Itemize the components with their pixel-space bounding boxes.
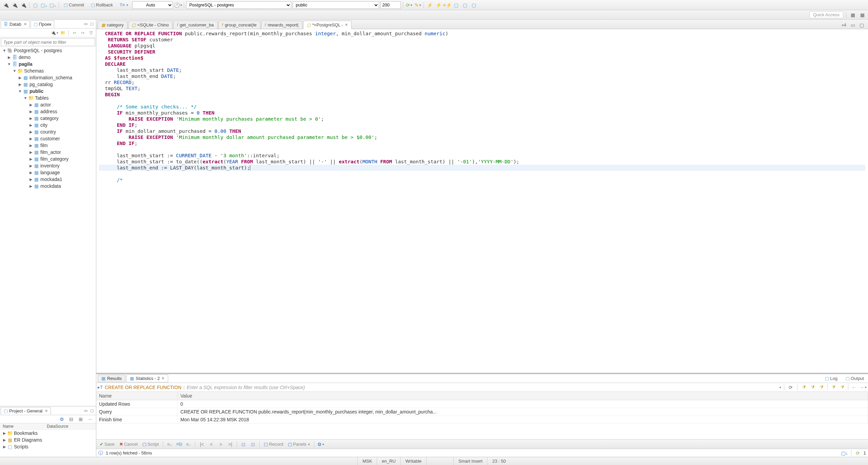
row-limit-input[interactable] — [380, 1, 401, 9]
tree-item-customer[interactable]: ▶▦customer — [0, 135, 96, 142]
close-icon[interactable]: ✕ — [161, 376, 164, 381]
nav-first-icon[interactable]: |< — [198, 441, 205, 448]
tree-item-category[interactable]: ▶▦category — [0, 115, 96, 122]
status-insert[interactable]: Smart Insert — [453, 457, 487, 465]
search-icon[interactable]: ✎▾ — [414, 1, 421, 9]
history-dropdown-icon[interactable]: ▾ — [780, 386, 781, 389]
tree-item-country[interactable]: ▶▦country — [0, 128, 96, 135]
tab-statistics[interactable]: ▦Statistics - 2✕ — [126, 375, 168, 382]
tab-database-navigator[interactable]: 🗄Datab✕ — [1, 20, 30, 28]
tree-item-mockdata[interactable]: ▶▦mockdata — [0, 183, 96, 189]
quick-access-button[interactable]: Quick Access — [809, 11, 843, 18]
nav-next-icon[interactable]: > — [217, 441, 224, 448]
refresh-count-icon[interactable]: ⟳ — [854, 449, 862, 457]
nav-prev-icon[interactable]: ← — [850, 384, 858, 391]
sql-editor[interactable]: CREATE OR REPLACE FUNCTION public.reward… — [96, 29, 868, 374]
commit-button[interactable]: ▢Commit — [61, 2, 87, 8]
tab-results[interactable]: ▦Results — [98, 375, 125, 382]
minimize-icon[interactable]: ▭ — [849, 21, 856, 29]
plan-icon-3[interactable]: ▢ — [470, 1, 477, 9]
tree-item-Tables[interactable]: ▼📁Tables — [0, 95, 96, 101]
tree-item-film_category[interactable]: ▶▦film_category — [0, 156, 96, 162]
perspective-dbeaver-icon[interactable]: ▦ — [849, 11, 856, 19]
editor-tab[interactable]: fgroup_concat(te — [218, 21, 260, 29]
project-item-Scripts[interactable]: ▶▢Scripts — [0, 443, 96, 450]
status-mode[interactable]: Writable — [400, 457, 426, 465]
editor-tab[interactable]: ▢*<PostgreSQL - ✕ — [303, 21, 352, 29]
add-row-icon[interactable]: ≡₊ — [166, 441, 173, 448]
record-button[interactable]: ▢Record — [262, 441, 284, 447]
history-icon[interactable]: 🕑▾ — [174, 1, 182, 9]
nav-back-icon[interactable]: ↩ — [72, 30, 78, 36]
close-icon[interactable]: ✕ — [345, 23, 348, 27]
tab-projects[interactable]: ▢Проек — [31, 20, 55, 28]
tree-item-PostgreSQL-postgres[interactable]: ▼🐘PostgreSQL - postgres — [0, 47, 96, 54]
output-button[interactable]: ▢Output — [843, 375, 867, 382]
script-button[interactable]: ▢Script — [141, 441, 160, 447]
view-menu-icon[interactable]: ▽ — [88, 30, 94, 36]
panels-button[interactable]: ▢Panels▾ — [287, 441, 311, 447]
minimize-icon[interactable]: ▭ — [83, 21, 88, 27]
maximize-icon[interactable]: ▢ — [89, 21, 95, 27]
folder-icon[interactable]: 📁 — [60, 30, 66, 36]
editor-tab[interactable]: frewards_report( — [261, 21, 302, 29]
new-conn-icon[interactable]: 🔌 — [11, 1, 18, 9]
editor-tab[interactable]: ▦category — [98, 21, 127, 29]
save-button[interactable]: ✔Save — [98, 441, 116, 447]
tree-item-film_actor[interactable]: ▶▦film_actor — [0, 149, 96, 156]
zoom-icon[interactable]: ⊡ — [240, 441, 247, 448]
editor-tab[interactable]: ▢<SQLite - Chino — [128, 21, 173, 29]
tree-item-Schemas[interactable]: ▼📁Schemas — [0, 67, 96, 74]
tree-item-actor[interactable]: ▶▦actor — [0, 101, 96, 108]
tree-item-language[interactable]: ▶▦language — [0, 169, 96, 176]
collapse-icon[interactable]: ⊟ — [67, 416, 75, 423]
bolt-icon-2[interactable]: ⚡ — [435, 1, 442, 9]
minimize-icon[interactable]: ▭ — [83, 408, 88, 413]
tree-item-mockada1[interactable]: ▶▦mockada1 — [0, 176, 96, 183]
nav-prev-icon[interactable]: < — [208, 441, 215, 448]
maximize-icon[interactable]: ▢ — [858, 21, 865, 29]
sql-script-icon[interactable]: ▢₊ — [40, 1, 48, 9]
filter-placeholder[interactable]: Enter a SQL expression to filter results… — [186, 385, 777, 390]
project-item-Bookmarks[interactable]: ▶📁Bookmarks — [0, 430, 96, 437]
new-script-icon[interactable]: ▢₊ — [49, 1, 57, 9]
project-item-ER-Diagrams[interactable]: ▶▦ER Diagrams — [0, 437, 96, 443]
nav-fwd-icon[interactable]: ↪ — [80, 30, 86, 36]
sql-editor-icon[interactable]: ▢ — [32, 1, 39, 9]
plan-icon[interactable]: ▢ — [452, 1, 460, 9]
log-button[interactable]: ▢Log — [822, 375, 840, 382]
filter-icon[interactable]: ⧩ — [800, 384, 808, 391]
nav-filter-input[interactable] — [1, 38, 95, 46]
close-icon[interactable]: ✕ — [24, 22, 27, 26]
tree-item-film[interactable]: ▶▦film — [0, 142, 96, 149]
export-icon[interactable]: ▢↓ — [841, 449, 848, 457]
editor-overflow-icon[interactable]: »4 — [840, 21, 848, 29]
refresh-icon[interactable]: ⟳▾ — [405, 1, 413, 9]
tree-item-pg_catalog[interactable]: ▶▦pg_catalog — [0, 81, 96, 88]
gear-icon[interactable]: ⚙▾ — [317, 441, 324, 448]
bolt-icon-3[interactable]: ≡⚡ — [443, 1, 451, 9]
filter-icon[interactable]: ⧩ — [839, 384, 846, 391]
filter-icon[interactable]: ⧩ — [818, 384, 825, 391]
tree-item-address[interactable]: ▶▦address — [0, 108, 96, 115]
bolt-icon-1[interactable]: ⚡ — [426, 1, 433, 9]
tree-item-inventory[interactable]: ▶▦inventory — [0, 162, 96, 169]
perspective-icon[interactable]: ▦ — [859, 11, 866, 19]
schema-select[interactable]: public — [293, 1, 379, 9]
tree-item-public[interactable]: ▼▦public — [0, 88, 96, 95]
close-icon[interactable]: ✕ — [45, 409, 48, 413]
result-row[interactable]: QueryCREATE OR REPLACE FUNCTION public.r… — [96, 408, 868, 416]
del-row-icon[interactable]: ≡₋ — [185, 441, 192, 448]
col-value[interactable]: Value — [178, 392, 868, 400]
cancel-button[interactable]: ✖Cancel — [118, 441, 139, 447]
add-icon[interactable]: ⊞ — [77, 416, 84, 423]
nav-last-icon[interactable]: >| — [226, 441, 234, 448]
zoom-icon-2[interactable]: ⊡ — [249, 441, 257, 448]
plan-icon-2[interactable]: ▢ — [461, 1, 469, 9]
gear-icon[interactable]: ⚙ — [58, 416, 65, 423]
col-name[interactable]: Name — [96, 392, 178, 400]
editor-tab[interactable]: fget_customer_ba — [173, 21, 218, 29]
connect-icon[interactable]: 🔌 — [2, 1, 9, 9]
disconnect-icon[interactable]: 🔌 — [20, 1, 27, 9]
nav-next-icon[interactable]: →▾ — [859, 384, 867, 391]
